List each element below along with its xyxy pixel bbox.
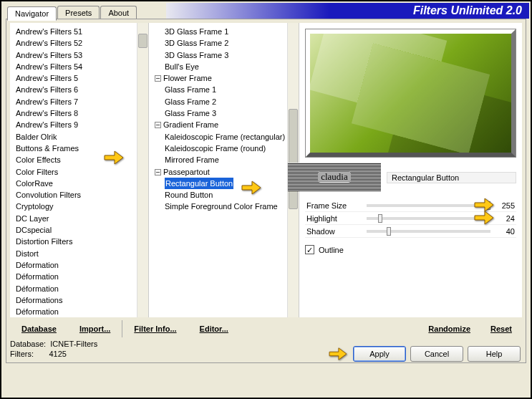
list-item[interactable]: Buttons & Frames — [16, 143, 147, 154]
list-item[interactable]: Andrew's Filters 53 — [16, 49, 147, 61]
content-area: Andrew's Filters 51Andrew's Filters 52An… — [10, 23, 522, 317]
list-item[interactable]: Andrew's Filters 7 — [16, 96, 147, 107]
list-item[interactable]: Andrew's Filters 5 — [16, 72, 147, 84]
list-item[interactable]: 3D Glass Frame 1 — [155, 26, 297, 37]
filter-list[interactable]: 3D Glass Frame 13D Glass Frame 23D Glass… — [149, 23, 299, 317]
param-label: Highlight — [305, 214, 362, 223]
list-item[interactable]: 3D Glass Frame 3 — [155, 49, 297, 61]
list-item[interactable]: Distort — [16, 248, 147, 259]
help-button[interactable]: Help — [468, 346, 521, 362]
preview-image — [305, 29, 516, 158]
status-db-value: ICNET-Filters — [50, 340, 97, 348]
list-item[interactable]: DC Layer — [16, 213, 147, 224]
list-item[interactable]: Déformation — [16, 306, 147, 317]
list-item[interactable]: Andrew's Filters 52 — [16, 37, 147, 49]
import-button[interactable]: Import... — [68, 325, 122, 333]
status-bar: Database: ICNET-Filters Filters: 4125 — [10, 339, 97, 359]
list-item[interactable]: Déformations — [16, 294, 147, 306]
category-list-pane: Andrew's Filters 51Andrew's Filters 52An… — [10, 23, 149, 317]
scrollbar-thumb[interactable] — [138, 34, 147, 48]
list-item[interactable]: Color Filters — [16, 166, 147, 178]
param-slider[interactable] — [367, 204, 490, 207]
list-item[interactable]: 3D Glass Frame 2 — [155, 37, 297, 49]
list-item[interactable]: DCspecial — [16, 224, 147, 236]
outline-label: Outline — [319, 246, 344, 254]
param-value: 40 — [495, 227, 516, 236]
cancel-button[interactable]: Cancel — [410, 346, 463, 362]
list-item[interactable]: Flower Frame — [155, 72, 297, 84]
scrollbar-thumb[interactable] — [289, 109, 298, 209]
randomize-button[interactable]: Randomize — [418, 325, 480, 333]
list-item[interactable]: Bull's Eye — [155, 61, 297, 72]
reset-button[interactable]: Reset — [480, 325, 522, 333]
category-scrollbar[interactable] — [137, 23, 148, 317]
title-bar: Filters Unlimited 2.0 — [166, 3, 529, 19]
param-shadow: Shadow 40 — [305, 225, 516, 238]
filter-list-pane: 3D Glass Frame 13D Glass Frame 23D Glass… — [149, 23, 299, 317]
param-label: Frame Size — [305, 201, 362, 210]
outline-checkbox[interactable] — [305, 245, 314, 254]
list-item[interactable]: Andrew's Filters 9 — [16, 119, 147, 130]
dialog-buttons: Apply Cancel Help — [327, 346, 521, 362]
window: Filters Unlimited 2.0 Navigator Presets … — [0, 0, 532, 399]
watermark-text: claudia — [318, 171, 351, 183]
collapse-icon[interactable] — [155, 75, 161, 82]
list-item[interactable]: Andrew's Filters 54 — [16, 61, 147, 72]
editor-button[interactable]: Editor... — [188, 325, 240, 333]
pointer-icon — [327, 346, 349, 362]
param-frame-size: Frame Size 255 — [305, 199, 516, 212]
list-item[interactable]: Andrew's Filters 8 — [16, 107, 147, 119]
status-db-label: Database: — [10, 340, 46, 348]
list-item[interactable]: Kaleidoscopic Frame (rectangular) — [155, 131, 297, 143]
list-item[interactable]: Glass Frame 1 — [155, 84, 297, 95]
toolbar-row: Database Import... Filter Info... Editor… — [10, 320, 522, 337]
list-item[interactable]: Cryptology — [16, 201, 147, 212]
status-filters-label: Filters: — [10, 350, 34, 358]
list-item[interactable]: Round Button — [155, 189, 297, 201]
status-filters-value: 4125 — [49, 350, 66, 358]
watermark-badge: claudia — [288, 163, 381, 191]
tab-navigator[interactable]: Navigator — [7, 6, 57, 21]
tab-strip: Navigator Presets About — [7, 6, 137, 20]
param-value: 255 — [495, 201, 516, 210]
list-item[interactable]: Déformation — [16, 271, 147, 282]
tab-presets[interactable]: Presets — [57, 6, 100, 20]
database-button[interactable]: Database — [10, 325, 68, 333]
parameter-list: Frame Size 255 Highlight 24 Shadow 40 — [305, 199, 516, 238]
param-slider[interactable] — [367, 217, 490, 220]
preview-pane: claudia Rectangular Button Frame Size 25… — [299, 23, 522, 317]
collapse-icon[interactable] — [155, 122, 161, 128]
app-title: Filters Unlimited 2.0 — [413, 4, 522, 17]
list-item[interactable]: ColorRave — [16, 178, 147, 189]
list-item[interactable]: Distortion Filters — [16, 236, 147, 247]
apply-button[interactable]: Apply — [353, 346, 406, 362]
list-item[interactable]: Andrew's Filters 6 — [16, 84, 147, 95]
list-item[interactable]: Color Effects — [16, 154, 147, 165]
list-item[interactable]: Balder Olrik — [16, 131, 147, 143]
current-filter-label: Rectangular Button — [387, 172, 516, 183]
param-slider[interactable] — [367, 230, 490, 233]
list-item[interactable]: Kaleidoscopic Frame (round) — [155, 143, 297, 154]
category-list[interactable]: Andrew's Filters 51Andrew's Filters 52An… — [10, 23, 148, 317]
param-highlight: Highlight 24 — [305, 212, 516, 225]
filter-info-button[interactable]: Filter Info... — [122, 325, 188, 333]
list-item[interactable]: Simple Foreground Color Frame — [155, 201, 297, 212]
collapse-icon[interactable] — [155, 169, 161, 176]
list-item[interactable]: Mirrored Frame — [155, 154, 297, 165]
list-item[interactable]: Déformation — [16, 259, 147, 271]
list-item[interactable]: Glass Frame 2 — [155, 96, 297, 107]
list-item[interactable]: Glass Frame 3 — [155, 107, 297, 119]
list-item[interactable]: Passepartout — [155, 166, 297, 178]
list-item[interactable]: Andrew's Filters 51 — [16, 26, 147, 37]
outline-option: Outline — [305, 245, 344, 254]
list-item[interactable]: Rectangular Button — [155, 178, 297, 189]
param-label: Shadow — [305, 227, 362, 236]
list-item[interactable]: Déformation — [16, 283, 147, 294]
param-value: 24 — [495, 214, 516, 223]
list-item[interactable]: Gradient Frame — [155, 119, 297, 130]
list-item[interactable]: Convolution Filters — [16, 189, 147, 201]
tab-about[interactable]: About — [100, 6, 137, 20]
